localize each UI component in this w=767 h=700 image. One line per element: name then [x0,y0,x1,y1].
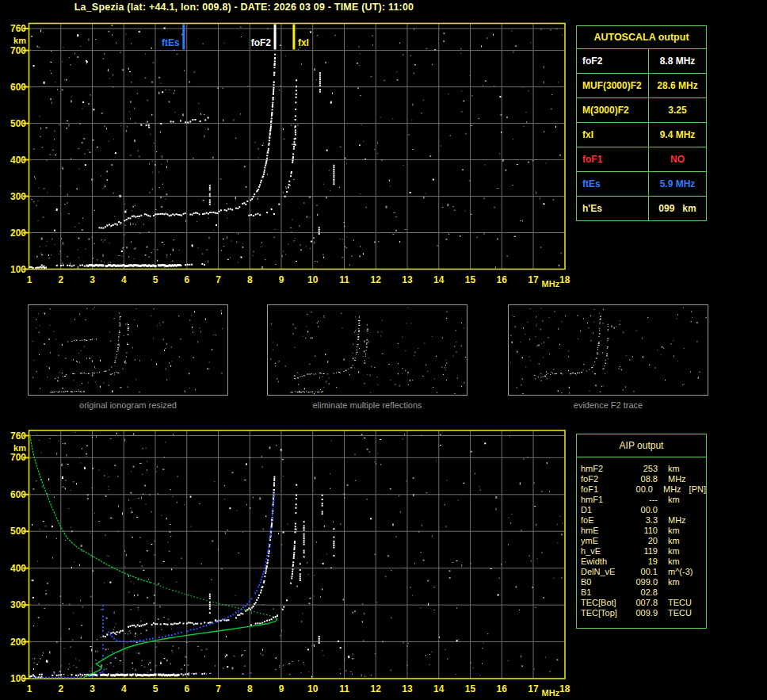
aip-param-value: 009.9 [626,608,658,618]
autoscala-param-label: MUF(3000)F2 [577,74,649,98]
aip-param-unit: km [658,536,680,546]
aip-param-note: [PN] [681,484,706,495]
thumbnail-caption-evidence: evidence F2 trace [508,400,708,410]
y-tick-label: 500 [10,526,26,537]
marker-label-fxI: fxI [298,37,309,48]
aip-param-note [680,495,688,505]
y-tick-label: 100 [10,264,26,275]
aip-param-unit: MHz [658,474,686,484]
aip-param-label: TEC[Bot] [581,598,626,608]
aip-row-foE: foE3.3MHz [581,515,706,526]
aip-param-note [680,464,688,474]
aip-param-label: Ewidth [581,557,626,567]
aip-param-label: D1 [581,505,626,515]
aip-table-header: AIP output [577,434,706,457]
aip-param-value: 110 [626,526,658,536]
x-tick-label: 13 [402,683,413,694]
x-tick-label: 12 [371,274,382,285]
autoscala-window: La_Spezia (lat: +44.1, lon: 009.8) - DAT… [0,0,767,700]
aip-param-value: 099.0 [626,577,658,587]
aip-param-unit: km [658,577,680,587]
aip-param-note [692,598,700,608]
aip-param-label: DelN_vE [581,567,626,577]
x-tick-label: 4 [121,274,127,285]
thumbnail-1 [268,305,467,396]
x-tick-label: 18 [559,274,570,285]
x-tick-label: 14 [433,683,445,694]
aip-param-note [693,567,700,577]
aip-output-table: AIP output hmF2253kmfoF208.8MHzfoF100.0M… [576,434,707,629]
aip-table-rows: hmF2253kmfoF208.8MHzfoF100.0MHz[PN]hmF1-… [577,457,706,618]
aip-row-hmF2: hmF2253km [581,464,706,474]
x-tick-label: 6 [184,274,189,285]
aip-param-unit: TECU [658,598,692,608]
autoscala-param-value: NO [649,147,706,171]
y-tick-label: 200 [10,637,26,648]
aip-row-hmE: hmE110km [581,526,706,536]
aip-param-label: hmF2 [581,464,626,474]
aip-row-ymE: ymE20km [581,536,706,546]
aip-param-note [680,526,688,536]
aip-row-D1: D100.0 [581,505,706,515]
x-tick-label: 5 [153,274,158,285]
aip-param-unit: km [658,464,680,474]
autoscala-row-fxI: fxI9.4 MHz [577,123,706,147]
aip-row-B1: B102.8 [581,587,706,598]
x-tick-label: 14 [433,274,445,285]
aip-param-unit: MHz [653,484,681,495]
thumbnail-2 [509,305,708,396]
aip-row-h_vE: h_vE119km [581,546,706,557]
aip-param-label: hmF1 [581,495,626,505]
y-tick-label: 600 [10,82,26,93]
aip-param-unit: km [658,526,680,536]
aip-row-foF1: foF100.0MHz[PN] [581,484,706,495]
autoscala-param-value: 3.25 [649,98,706,122]
aip-param-value: 19 [626,557,658,567]
aip-row-TEC[Top]: TEC[Top]009.9TECU [581,608,706,618]
aip-param-value: 3.3 [626,515,658,526]
ionogram-echo-traces [29,476,334,679]
aip-param-unit [658,587,668,598]
thumbnail-0 [29,305,228,396]
y-axis-unit-label: km [13,36,26,45]
autoscala-param-label: h'Es [577,197,649,220]
autoscala-param-value: 9.4 MHz [649,123,706,147]
x-axis-unit-label: MHz [542,279,560,289]
autoscala-param-label: foF1 [577,147,649,171]
aip-param-value: 08.8 [626,474,658,484]
autoscala-table-header: AUTOSCALA output [577,26,706,49]
noise-speckle [31,25,563,269]
x-tick-label: 7 [216,683,221,694]
aip-param-note [680,546,688,557]
y-tick-label: 760 [10,430,26,442]
autoscala-param-value: 099 km [649,197,706,220]
autoscala-param-label: foF2 [577,49,649,73]
autoscala-row-MUF(3000)F2: MUF(3000)F228.6 MHz [577,74,706,98]
aip-row-hmF1: hmF1---km [581,495,706,505]
x-tick-label: 2 [58,274,63,285]
marker-foF2: foF2 [251,25,275,50]
aip-param-value: --- [626,495,658,505]
autoscala-row-h'Es: h'Es099 km [577,197,706,220]
y-tick-label: 400 [10,155,26,166]
aip-param-value: 00.0 [623,484,653,495]
autoscala-param-value: 5.9 MHz [649,172,706,196]
x-tick-label: 18 [559,683,570,694]
x-tick-label: 16 [497,274,508,285]
aip-param-unit: MHz [658,515,686,526]
aip-param-label: B0 [581,577,626,587]
aip-param-label: B1 [581,587,626,598]
aip-param-note [680,577,688,587]
autoscala-row-ftEs: ftEs5.9 MHz [577,172,706,197]
x-tick-label: 11 [339,683,349,694]
aip-param-value: 02.8 [626,587,658,598]
aip-param-unit [658,505,668,515]
aip-param-value: 20 [626,536,658,546]
y-tick-label: 300 [10,599,26,610]
aip-param-value: 00.1 [626,567,658,577]
y-tick-label: 200 [10,228,26,239]
x-tick-label: 1 [27,274,32,285]
aip-param-value: 00.0 [626,505,658,515]
aip-param-note [692,608,700,618]
x-tick-label: 9 [279,683,284,694]
